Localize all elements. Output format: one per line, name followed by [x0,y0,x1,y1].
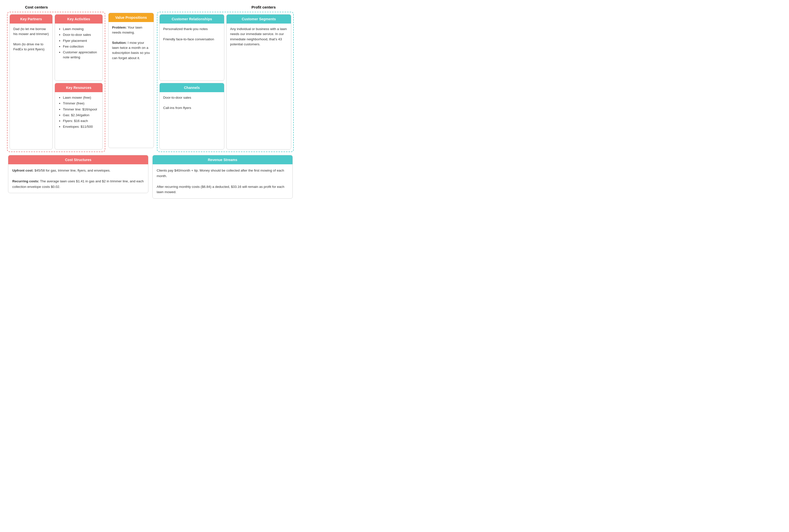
key-partners-text2: Mom (to drive me to FedEx to print flyer… [13,42,49,52]
value-prop-header: Value Propositions [109,13,154,22]
cost-structures-header: Cost Structures [8,155,148,164]
upfront-label: Upfront cost: [12,169,34,172]
section-labels: Cost centers Profit centers [5,5,296,11]
channels-body: Door-to-door sales Call-ins from flyers [160,92,224,149]
customer-relationships-header: Customer Relationships [160,15,224,23]
cost-structures-upfront: Upfront cost: $45/58 for gas, trimmer li… [12,168,144,173]
customer-segments-card: Customer Segments Any individual or busi… [226,14,291,150]
cost-centers-label: Cost centers [25,5,48,9]
cost-region: Key Partners Dad (to let me borrow his m… [7,12,105,152]
value-propositions-card: Value Propositions Problem: Your lawn ne… [108,13,154,148]
activities-resources-col: Key Activities Lawn mowing Door-to-door … [54,13,104,151]
value-prop-col: Value Propositions Problem: Your lawn ne… [107,12,155,152]
value-prop-solution: Solution: I mow your lawn twice a month … [112,40,150,61]
revenue-line2: After recurring monthly costs ($6.84) a … [157,184,289,195]
cost-structures-recurring: Recurring costs: The average lawn uses $… [12,178,144,189]
bottom-row: Cost Structures Upfront cost: $45/58 for… [5,153,296,202]
key-resources-header: Key Resources [55,83,103,92]
key-activities-header: Key Activities [55,15,103,23]
key-activities-card: Key Activities Lawn mowing Door-to-door … [55,14,103,81]
customer-segments-header: Customer Segments [226,15,291,23]
key-resources-body: Lawn mower (free) Trimmer (free) Timmer … [55,92,103,149]
activity-5: Customer appreciation note writing [63,50,99,60]
revenue-streams-wrapper: Revenue Streams Clients pay $40/month + … [150,153,295,201]
key-activities-body: Lawn mowing Door-to-door sales Flyer pla… [55,23,103,81]
resource-1: Lawn mower (free) [63,95,99,100]
top-area: Key Partners Dad (to let me borrow his m… [5,11,296,153]
revenue-streams-body: Clients pay $40/month + tip. Money shoul… [153,164,293,198]
activity-3: Flyer placement [63,38,99,43]
key-partners-header: Key Partners [10,15,52,23]
resource-2: Trimmer (free) [63,101,99,106]
activity-4: Fee collection [63,44,99,49]
profit-region: Customer Relationships Personalized than… [157,12,294,152]
key-partners-text1: Dad (to let me borrow his mower and trim… [13,26,49,37]
key-activities-list: Lawn mowing Door-to-door sales Flyer pla… [58,26,99,60]
key-partners-body: Dad (to let me borrow his mower and trim… [10,23,52,149]
customer-relationships-body: Personalized thank-you notes Friendly fa… [160,23,224,81]
rel-text1: Personalized thank-you notes [163,26,221,32]
value-prop-body: Problem: Your lawn needs mowing. Solutio… [109,22,154,148]
channel-text1: Door-to-door sales [163,95,221,100]
customer-segments-text: Any individual or business with a lawn n… [230,26,288,47]
customer-relationships-card: Customer Relationships Personalized than… [160,14,224,81]
channels-card: Channels Door-to-door sales Call-ins fro… [160,83,224,150]
value-prop-problem: Problem: Your lawn needs mowing. [112,25,150,35]
recurring-label: Recurring costs: [12,179,39,183]
resource-3: Timmer line: $16/spool [63,107,99,112]
resource-6: Envelopes: $11/500 [63,124,99,129]
key-resources-list: Lawn mower (free) Trimmer (free) Timmer … [58,95,99,130]
channel-text2: Call-ins from flyers [163,106,221,111]
key-partners-col: Key Partners Dad (to let me borrow his m… [8,13,54,151]
revenue-line1: Clients pay $40/month + tip. Money shoul… [157,168,289,178]
customer-segments-col: Customer Segments Any individual or busi… [225,13,292,151]
channels-header: Channels [160,83,224,92]
activity-1: Lawn mowing [63,26,99,32]
profit-centers-label: Profit centers [251,5,276,9]
cost-structures-wrapper: Cost Structures Upfront cost: $45/58 for… [6,153,150,201]
problem-label: Problem: [112,25,127,29]
key-partners-card: Key Partners Dad (to let me borrow his m… [10,14,53,150]
rel-text2: Friendly face-to-face conversation [163,37,221,42]
key-resources-card: Key Resources Lawn mower (free) Trimmer … [55,83,103,150]
solution-label: Solution: [112,41,127,44]
resource-5: Flyers: $16 each [63,118,99,124]
customer-segments-body: Any individual or business with a lawn n… [226,23,291,149]
resource-4: Gas: $2.34/gallon [63,113,99,118]
revenue-streams-header: Revenue Streams [153,155,293,164]
cost-structures-body: Upfront cost: $45/58 for gas, trimmer li… [8,164,148,193]
rel-channels-col: Customer Relationships Personalized than… [159,13,225,151]
cost-structures-card: Cost Structures Upfront cost: $45/58 for… [8,155,148,193]
activity-2: Door-to-door sales [63,32,99,37]
canvas: Cost centers Profit centers Key Partners… [5,5,296,202]
revenue-streams-card: Revenue Streams Clients pay $40/month + … [152,155,293,198]
